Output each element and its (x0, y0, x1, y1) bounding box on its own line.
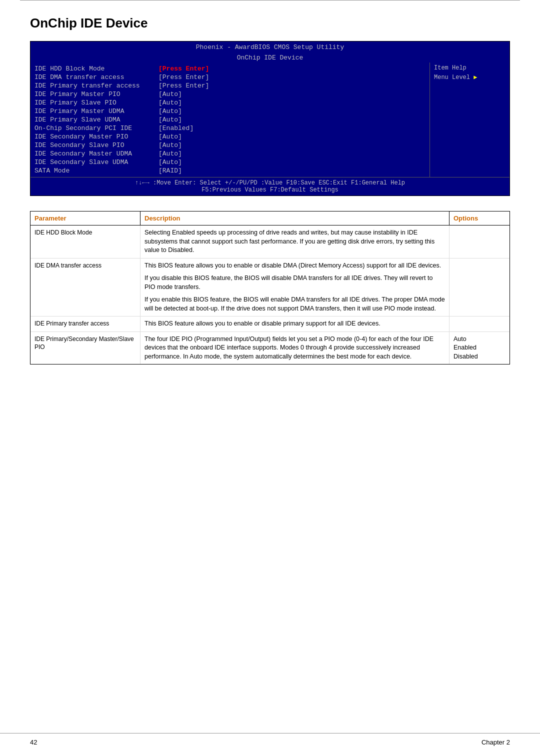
bios-row-label: IDE Secondary Master PIO (34, 133, 154, 140)
page-title: OnChip IDE Device (30, 16, 510, 31)
bios-row-label: IDE Primary transfer access (34, 82, 154, 90)
bios-row-value: [Auto] (154, 133, 426, 140)
bios-row: IDE Secondary Master UDMA[Auto] (34, 150, 426, 158)
bios-row: IDE Primary Slave PIO[Auto] (34, 98, 426, 107)
table-cell-options (450, 226, 510, 258)
table-cell-parameter: IDE HDD Block Mode (30, 226, 140, 258)
bios-row: IDE Secondary Slave PIO[Auto] (34, 141, 426, 150)
bios-row-value: [Press Enter] (154, 82, 426, 90)
table-cell-description: This BIOS feature allows you to enable o… (140, 316, 450, 332)
bios-row-value: [Auto] (154, 99, 426, 106)
table-cell-options (450, 316, 510, 332)
top-rule (20, 0, 520, 0)
bios-footer: ↑↓←→ :Move Enter: Select +/-/PU/PD :Valu… (30, 177, 510, 196)
table-cell-options: AutoEnabledDisabled (450, 332, 510, 364)
table-header: Parameter Description Options (30, 212, 510, 226)
bios-row: IDE DMA transfer access[Press Enter] (34, 73, 426, 82)
table-cell-description: Selecting Enabled speeds up processing o… (140, 226, 450, 258)
table-cell-parameter: IDE Primary transfer access (30, 316, 140, 332)
table-cell-parameter: IDE DMA transfer access (30, 258, 140, 316)
menu-level-arrow: ▶ (474, 74, 477, 81)
table-row: IDE DMA transfer accessThis BIOS feature… (30, 258, 510, 317)
table-cell-description: This BIOS feature allows you to enable o… (140, 258, 450, 316)
bios-row: IDE Primary transfer access[Press Enter] (34, 82, 426, 90)
bios-header2: OnChip IDE Device (30, 53, 510, 62)
bios-row: IDE Secondary Slave UDMA[Auto] (34, 158, 426, 166)
parameter-table: Parameter Description Options IDE HDD Bl… (30, 211, 510, 364)
bios-row-value: [Press Enter] (154, 74, 426, 81)
table-cell-description: The four IDE PIO (Programmed Input/Outpu… (140, 332, 450, 364)
col-header-parameter: Parameter (30, 212, 140, 225)
bios-row-label: IDE HDD Block Mode (34, 65, 154, 72)
bios-row-value: [Press Enter] (154, 65, 426, 72)
bios-row-label: SATA Mode (34, 167, 154, 174)
bios-row-value: [Auto] (154, 142, 426, 149)
bios-row: IDE Primary Master PIO[Auto] (34, 90, 426, 98)
col-header-options: Options (450, 212, 510, 225)
table-cell-options (450, 258, 510, 316)
bios-row-value: [Auto] (154, 116, 426, 124)
bios-setup-box: Phoenix - AwardBIOS CMOS Setup Utility O… (30, 41, 510, 196)
page-number: 42 (30, 738, 37, 746)
bios-row-value: [Auto] (154, 108, 426, 115)
bios-row: IDE Secondary Master PIO[Auto] (34, 132, 426, 141)
menu-level-label: Menu Level ▶ (434, 74, 506, 81)
bios-row-label: IDE Primary Slave PIO (34, 99, 154, 106)
table-row: IDE Primary transfer accessThis BIOS fea… (30, 316, 510, 332)
bios-row: SATA Mode[RAID] (34, 166, 426, 175)
bios-row-label: On-Chip Secondary PCI IDE (34, 124, 154, 132)
bios-row-label: IDE Secondary Master UDMA (34, 150, 154, 158)
bios-row-label: IDE Primary Slave UDMA (34, 116, 154, 124)
bios-sidebar: Item Help Menu Level ▶ (430, 62, 510, 177)
bios-row-label: IDE Secondary Slave PIO (34, 142, 154, 149)
bios-main: IDE HDD Block Mode[Press Enter]IDE DMA t… (30, 62, 430, 177)
table-row: IDE HDD Block ModeSelecting Enabled spee… (30, 226, 510, 258)
bios-row-label: IDE Secondary Slave UDMA (34, 158, 154, 166)
bios-body: IDE HDD Block Mode[Press Enter]IDE DMA t… (30, 62, 510, 177)
table-cell-parameter: IDE Primary/Secondary Master/Slave PIO (30, 332, 140, 364)
page-footer: 42 Chapter 2 (0, 733, 540, 746)
bios-row: IDE HDD Block Mode[Press Enter] (34, 64, 426, 73)
bios-row-value: [Enabled] (154, 124, 426, 132)
bios-row-value: [Auto] (154, 158, 426, 166)
bios-row: IDE Primary Master UDMA[Auto] (34, 107, 426, 116)
bios-row-value: [Auto] (154, 90, 426, 98)
table-body: IDE HDD Block ModeSelecting Enabled spee… (30, 226, 510, 364)
col-header-description: Description (140, 212, 450, 225)
bios-row-value: [RAID] (154, 167, 426, 174)
bios-row-label: IDE Primary Master PIO (34, 90, 154, 98)
table-row: IDE Primary/Secondary Master/Slave PIOTh… (30, 332, 510, 364)
chapter-label: Chapter 2 (482, 738, 510, 746)
bios-row-label: IDE DMA transfer access (34, 74, 154, 81)
bios-row-label: IDE Primary Master UDMA (34, 108, 154, 115)
bios-row: IDE Primary Slave UDMA[Auto] (34, 116, 426, 124)
bios-row-value: [Auto] (154, 150, 426, 158)
bios-header1: Phoenix - AwardBIOS CMOS Setup Utility (30, 42, 510, 53)
item-help-label: Item Help (434, 64, 506, 72)
bios-row: On-Chip Secondary PCI IDE[Enabled] (34, 124, 426, 132)
